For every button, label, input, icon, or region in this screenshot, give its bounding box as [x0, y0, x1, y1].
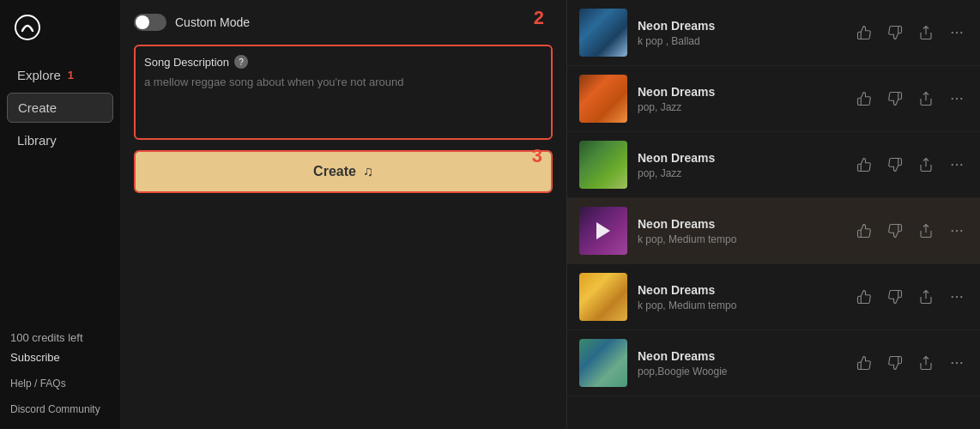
song-thumbnail: [579, 207, 627, 255]
svg-point-17: [956, 362, 958, 364]
song-title: Neon Dreams: [638, 19, 843, 33]
subscribe-button[interactable]: Subscribe: [10, 351, 110, 364]
song-list-item[interactable]: Neon Dreams k pop, Medium tempo: [567, 264, 980, 330]
dislike-button[interactable]: [884, 154, 906, 176]
svg-point-16: [952, 362, 953, 364]
thumbs-down-icon: [887, 289, 903, 305]
song-actions: [853, 352, 968, 374]
more-options-button[interactable]: [946, 286, 968, 308]
svg-point-9: [960, 164, 962, 166]
svg-point-1: [952, 32, 953, 33]
share-icon: [918, 289, 934, 305]
song-title: Neon Dreams: [638, 283, 843, 297]
like-button[interactable]: [853, 21, 875, 44]
song-actions: [853, 88, 968, 110]
svg-point-2: [956, 32, 958, 33]
more-options-button[interactable]: [946, 220, 968, 242]
song-list-item[interactable]: Neon Dreams pop, Jazz: [567, 132, 980, 198]
credits-display: 100 credits left: [10, 331, 110, 344]
thumbs-down-icon: [887, 91, 903, 106]
share-button[interactable]: [915, 286, 937, 308]
song-thumbnail: [579, 141, 627, 189]
svg-point-13: [952, 296, 953, 298]
dislike-button[interactable]: [884, 21, 906, 44]
more-options-button[interactable]: [946, 88, 968, 110]
song-info: Neon Dreams pop, Jazz: [638, 151, 843, 179]
ellipsis-icon: [949, 355, 965, 371]
dislike-button[interactable]: [884, 352, 906, 374]
svg-point-5: [956, 98, 958, 100]
svg-point-4: [952, 98, 953, 100]
sidebar-item-label: Create: [18, 100, 57, 115]
song-tags: pop, Jazz: [638, 101, 843, 113]
share-icon: [918, 157, 934, 172]
help-link[interactable]: Help / FAQs: [10, 378, 110, 390]
svg-point-12: [960, 230, 962, 232]
svg-point-11: [956, 230, 958, 232]
sidebar-item-label: Library: [17, 133, 57, 148]
like-button[interactable]: [853, 88, 875, 110]
svg-point-18: [960, 362, 962, 364]
song-title: Neon Dreams: [638, 151, 843, 165]
custom-mode-toggle[interactable]: [134, 14, 166, 31]
dislike-button[interactable]: [884, 88, 906, 110]
like-button[interactable]: [853, 220, 875, 242]
song-desc-input[interactable]: [144, 76, 542, 127]
svg-point-8: [956, 164, 958, 166]
song-list-item[interactable]: Neon Dreams k pop , Ballad: [567, 0, 980, 66]
song-list-item[interactable]: Neon Dreams k pop, Medium tempo: [567, 198, 980, 264]
share-button[interactable]: [915, 88, 937, 110]
song-tags: k pop, Medium tempo: [638, 299, 843, 311]
share-button[interactable]: [915, 220, 937, 242]
svg-point-7: [952, 164, 953, 166]
thumbs-up-icon: [856, 223, 872, 239]
sidebar-item-create[interactable]: Create: [7, 93, 113, 123]
song-tags: k pop, Medium tempo: [638, 233, 843, 245]
share-button[interactable]: [915, 21, 937, 44]
dislike-button[interactable]: [884, 220, 906, 242]
discord-link[interactable]: Discord Community: [10, 403, 110, 415]
song-actions: [853, 286, 968, 308]
song-info: Neon Dreams pop,Boogie Woogie: [638, 349, 843, 378]
share-button[interactable]: [915, 352, 937, 374]
song-thumbnail: [579, 75, 627, 123]
share-button[interactable]: [915, 154, 937, 176]
share-icon: [918, 91, 934, 106]
more-options-button[interactable]: [946, 154, 968, 176]
help-icon[interactable]: ?: [234, 55, 248, 69]
song-thumbnail: [579, 9, 627, 57]
music-icon: ♫: [363, 164, 373, 179]
custom-mode-row: Custom Mode 2: [134, 14, 553, 31]
share-icon: [918, 25, 934, 40]
song-info: Neon Dreams k pop, Medium tempo: [638, 217, 843, 245]
song-tags: pop, Jazz: [638, 167, 843, 179]
sidebar-bottom: 100 credits left Subscribe Help / FAQs D…: [0, 331, 120, 415]
more-options-button[interactable]: [946, 352, 968, 374]
song-actions: [853, 220, 968, 242]
song-actions: [853, 21, 968, 44]
like-button[interactable]: [853, 352, 875, 374]
ellipsis-icon: [949, 91, 965, 106]
dislike-button[interactable]: [884, 286, 906, 308]
song-thumbnail: [579, 339, 627, 387]
song-list-item[interactable]: Neon Dreams pop, Jazz: [567, 66, 980, 132]
more-options-button[interactable]: [946, 21, 968, 44]
sidebar-item-explore[interactable]: Explore 1: [7, 61, 113, 89]
step-number-3: 3: [532, 145, 542, 167]
create-button[interactable]: Create ♫: [136, 152, 551, 191]
ellipsis-icon: [949, 25, 965, 40]
svg-point-0: [15, 15, 39, 39]
song-title: Neon Dreams: [638, 85, 843, 99]
ellipsis-icon: [949, 223, 965, 239]
sidebar-item-library[interactable]: Library: [7, 126, 113, 154]
song-tags: pop,Boogie Woogie: [638, 366, 843, 378]
song-desc-label-row: Song Description ?: [144, 55, 542, 69]
thumbs-up-icon: [856, 91, 872, 106]
like-button[interactable]: [853, 286, 875, 308]
song-title: Neon Dreams: [638, 217, 843, 231]
ellipsis-icon: [949, 157, 965, 172]
like-button[interactable]: [853, 154, 875, 176]
thumbs-down-icon: [887, 25, 903, 40]
create-panel: Custom Mode 2 Song Description ? Create …: [120, 0, 566, 429]
song-list-item[interactable]: Neon Dreams pop,Boogie Woogie: [567, 330, 980, 396]
